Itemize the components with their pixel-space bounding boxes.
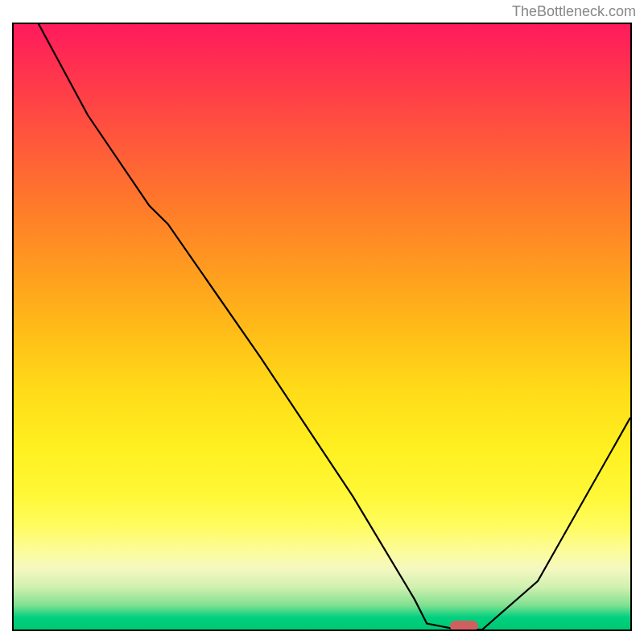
bottleneck-curve [14,24,630,630]
chart-frame [12,23,632,631]
chart-container: TheBottleneck.com [0,0,644,644]
optimal-point-marker [450,621,478,631]
watermark-text: TheBottleneck.com [512,3,636,20]
